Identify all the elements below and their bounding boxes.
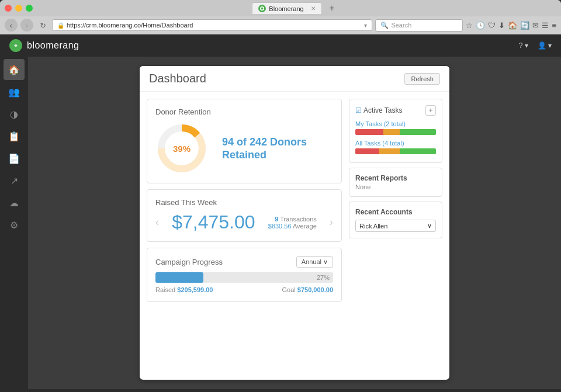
- sidebar-item-reports[interactable]: ◑: [4, 103, 25, 124]
- search-icon: 🔍: [380, 22, 389, 29]
- window-chrome: Bloomerang ✕ +: [0, 0, 561, 16]
- traffic-lights: [5, 5, 33, 12]
- browser-tab[interactable]: Bloomerang ✕: [252, 2, 322, 14]
- recent-accounts-selected: Rick Allen: [359, 223, 387, 230]
- my-tasks-bar: [355, 129, 436, 135]
- help-button[interactable]: ? ▾: [519, 41, 528, 50]
- forward-button[interactable]: ›: [20, 19, 33, 32]
- raised-amount: $7,475.00: [172, 211, 255, 233]
- transactions-text: 9 Transactions: [268, 216, 317, 223]
- bookmark-icon[interactable]: ☆: [466, 21, 473, 30]
- layers-icon[interactable]: ☰: [542, 21, 549, 30]
- url-text: https://crm.bloomerang.co/Home/Dashboard: [67, 22, 362, 29]
- recent-accounts-section: Recent Accounts Rick Allen ∨: [349, 202, 442, 238]
- shield-icon[interactable]: 🛡: [488, 21, 496, 30]
- sidebar-item-settings[interactable]: ⚙: [4, 214, 25, 235]
- progress-percentage: 27%: [317, 274, 330, 281]
- dropdown-icon[interactable]: ▾: [364, 22, 367, 29]
- address-bar[interactable]: 🔒 https://crm.bloomerang.co/Home/Dashboa…: [52, 19, 372, 31]
- donut-chart: 39%: [155, 122, 208, 175]
- dashboard-header: Dashboard Refresh: [140, 66, 449, 92]
- logo-icon: [9, 39, 22, 52]
- add-task-button[interactable]: +: [425, 105, 436, 116]
- average-label: Average: [293, 223, 317, 230]
- right-column: ☑ Active Tasks + My Tasks (2 total): [349, 99, 442, 302]
- all-tasks-green: [400, 148, 436, 154]
- all-tasks-orange: [379, 148, 400, 154]
- all-tasks-bar: [355, 148, 436, 154]
- sync-icon[interactable]: 🔄: [520, 21, 529, 30]
- dashboard-title: Dashboard: [149, 72, 206, 85]
- close-button[interactable]: [5, 5, 12, 12]
- next-arrow[interactable]: ›: [330, 216, 333, 228]
- dropdown-chevron-icon: ∨: [427, 222, 432, 230]
- sidebar-item-documents[interactable]: 📄: [4, 148, 25, 169]
- sidebar-item-people[interactable]: 👥: [4, 81, 25, 102]
- app-logo: bloomerang: [9, 39, 79, 52]
- donor-retention-section: Donor Retention: [147, 99, 342, 183]
- my-tasks-label[interactable]: My Tasks (2 total): [355, 120, 436, 127]
- donor-retention-content: 39% 94 of 242 Donors Retained: [155, 122, 333, 175]
- sidebar-item-share[interactable]: ↗: [4, 170, 25, 191]
- lock-icon: 🔒: [57, 22, 64, 29]
- minimize-button[interactable]: [15, 5, 22, 12]
- my-tasks-red: [355, 129, 383, 135]
- tasks-title: ☑ Active Tasks: [355, 106, 402, 115]
- donut-center-text: 39%: [173, 144, 191, 154]
- raised-this-week-section: Raised This Week ‹ $7,475.00 9 Transacti…: [147, 189, 342, 242]
- fullscreen-button[interactable]: [26, 5, 33, 12]
- history-icon[interactable]: 🕓: [476, 21, 485, 30]
- back-button[interactable]: ‹: [5, 19, 18, 32]
- all-tasks-item: All Tasks (4 total): [355, 140, 436, 154]
- address-bar-row: ‹ › ↻ 🔒 https://crm.bloomerang.co/Home/D…: [0, 16, 561, 34]
- all-tasks-label[interactable]: All Tasks (4 total): [355, 140, 436, 147]
- app-header-right: ? ▾ 👤 ▾: [519, 41, 552, 50]
- progress-bar-container: 27%: [155, 272, 333, 283]
- recent-reports-section: Recent Reports None: [349, 168, 442, 197]
- main-layout: 🏠 👥 ◑ 📋 📄 ↗ ☁ ⚙ Dashboard Refresh Donor: [0, 57, 561, 389]
- recent-reports-value: None: [355, 183, 436, 190]
- my-tasks-item: My Tasks (2 total): [355, 120, 436, 135]
- dashboard-body: Donor Retention: [140, 92, 449, 309]
- recent-accounts-title: Recent Accounts: [355, 208, 436, 216]
- svg-point-1: [261, 8, 264, 10]
- average-amount: $830.56: [268, 223, 292, 230]
- user-button[interactable]: 👤 ▾: [538, 41, 552, 50]
- new-tab-button[interactable]: +: [327, 3, 337, 13]
- tab-close-icon[interactable]: ✕: [311, 5, 316, 12]
- favicon-icon: [258, 5, 266, 12]
- refresh-dashboard-button[interactable]: Refresh: [404, 73, 440, 85]
- tab-title: Bloomerang: [269, 5, 303, 12]
- tasks-header: ☑ Active Tasks +: [355, 105, 436, 116]
- my-tasks-orange: [383, 129, 400, 135]
- raised-meta: 9 Transactions $830.56 Average: [268, 216, 317, 230]
- home-browser-icon[interactable]: 🏠: [508, 21, 517, 30]
- campaign-title: Campaign Progress: [155, 258, 223, 266]
- menu-icon[interactable]: ≡: [552, 21, 556, 30]
- raised-footer: Raised $205,599.00: [155, 286, 213, 293]
- refresh-button[interactable]: ↻: [36, 19, 49, 32]
- app-header: bloomerang ? ▾ 👤 ▾: [0, 34, 561, 57]
- transaction-count: 9: [275, 216, 278, 223]
- retention-line2: Retained: [222, 149, 307, 161]
- goal-footer-amount: $750,000.00: [297, 286, 333, 293]
- active-tasks-section: ☑ Active Tasks + My Tasks (2 total): [349, 99, 442, 163]
- campaign-dropdown[interactable]: Annual ∨: [296, 256, 333, 268]
- tab-bar: Bloomerang ✕ +: [33, 2, 556, 14]
- all-tasks-red: [355, 148, 379, 154]
- sidebar-item-tasks[interactable]: 📋: [4, 126, 25, 147]
- recent-reports-title: Recent Reports: [355, 174, 436, 182]
- sidebar-item-cloud[interactable]: ☁: [4, 192, 25, 213]
- tasks-check-icon: ☑: [355, 106, 362, 115]
- dashboard-card: Dashboard Refresh Donor Retention: [140, 66, 449, 380]
- prev-arrow[interactable]: ‹: [155, 216, 159, 228]
- raised-title: Raised This Week: [155, 198, 333, 207]
- recent-accounts-dropdown[interactable]: Rick Allen ∨: [355, 220, 436, 232]
- campaign-progress-section: Campaign Progress Annual ∨ 27% Raised $2…: [147, 248, 342, 302]
- search-bar[interactable]: 🔍 Search: [375, 19, 463, 32]
- sidebar-item-home[interactable]: 🏠: [4, 59, 25, 80]
- message-icon[interactable]: ✉: [532, 21, 539, 30]
- progress-bar-fill: [155, 272, 203, 283]
- download-icon[interactable]: ⬇: [498, 21, 505, 30]
- goal-footer: Goal $750,000.00: [282, 286, 333, 293]
